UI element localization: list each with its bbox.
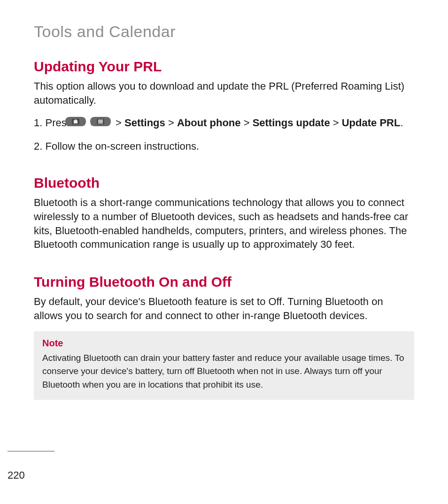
sep-3: >: [168, 117, 177, 129]
prl-step-1: 1. Press > > Settings > About phone > Se…: [34, 115, 414, 131]
path-settings-update: Settings update: [253, 117, 330, 129]
path-update-prl: Update PRL: [342, 117, 401, 129]
sep-5: >: [333, 117, 342, 129]
path-settings: Settings: [124, 117, 165, 129]
prl-intro: This option allows you to download and u…: [34, 79, 414, 107]
menu-key-icon: [101, 115, 111, 130]
bt-onoff-body: By default, your device's Bluetooth feat…: [34, 295, 414, 322]
prl-step-2: 2. Follow the on-screen instructions.: [34, 139, 414, 154]
note-body: Activating Bluetooth can drain your batt…: [42, 351, 406, 392]
sep-4: >: [244, 117, 253, 129]
page-number: 220: [8, 469, 25, 481]
note-box: Note Activating Bluetooth can drain your…: [34, 331, 414, 400]
section-title: Tools and Calendar: [34, 23, 414, 41]
sep-2: >: [116, 117, 124, 129]
bluetooth-body: Bluetooth is a short-range communication…: [34, 196, 414, 252]
heading-bluetooth: Bluetooth: [34, 175, 414, 191]
home-key-icon: [77, 115, 86, 130]
svg-rect-4: [98, 122, 103, 123]
note-title: Note: [42, 338, 406, 349]
manual-page: Tools and Calendar Updating Your PRL Thi…: [0, 0, 448, 400]
footer-rule: [8, 451, 54, 451]
heading-bt-onoff: Turning Bluetooth On and Off: [34, 274, 414, 290]
path-about-phone: About phone: [177, 117, 241, 129]
heading-updating-prl: Updating Your PRL: [34, 59, 414, 75]
svg-rect-2: [98, 120, 103, 121]
step1-suffix: .: [400, 117, 403, 129]
svg-rect-3: [98, 121, 103, 122]
